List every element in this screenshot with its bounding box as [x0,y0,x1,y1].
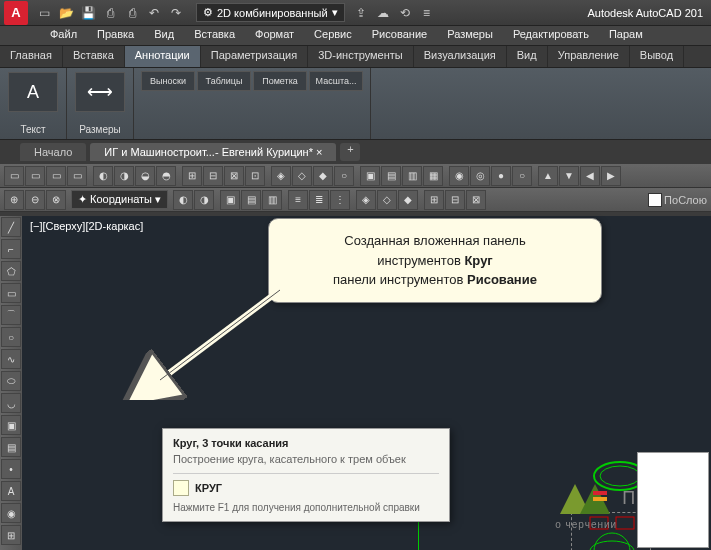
tables-button[interactable]: Таблицы [197,71,251,91]
tb-icon[interactable]: ≡ [288,190,308,210]
tb-icon[interactable]: ◒ [135,166,155,186]
tb-icon[interactable]: ⊕ [4,190,24,210]
viewport-label[interactable]: [−][Сверху][2D-каркас] [30,220,143,232]
color-swatch[interactable] [648,193,662,207]
menu-tools[interactable]: Сервис [304,26,362,45]
tb-icon[interactable]: ◈ [271,166,291,186]
tab-drawing[interactable]: ИГ и Машиностроит...- Евгений Курицин* × [90,143,336,161]
polygon-icon[interactable]: ⬠ [1,261,21,281]
tb-icon[interactable]: ▣ [220,190,240,210]
save-icon[interactable]: 💾 [78,3,98,23]
tb-icon[interactable]: ⊟ [445,190,465,210]
rectangle-icon[interactable]: ▭ [1,283,21,303]
menu-insert[interactable]: Вставка [184,26,245,45]
tb-icon[interactable]: ● [491,166,511,186]
plot-icon[interactable]: ⎙ [122,3,142,23]
menu-edit[interactable]: Правка [87,26,144,45]
new-icon[interactable]: ▭ [34,3,54,23]
tb-icon[interactable]: ▥ [262,190,282,210]
tb-icon[interactable]: ◑ [194,190,214,210]
tb-icon[interactable]: ▭ [67,166,87,186]
tb-icon[interactable]: ◈ [356,190,376,210]
undo-icon[interactable]: ↶ [144,3,164,23]
text-icon[interactable]: A [1,481,21,501]
polyline-icon[interactable]: ⌐ [1,239,21,259]
open-icon[interactable]: 📂 [56,3,76,23]
menu-view[interactable]: Вид [144,26,184,45]
table-icon[interactable]: ⊞ [1,525,21,545]
close-icon[interactable]: × [316,146,322,158]
tb-icon[interactable]: ▣ [360,166,380,186]
sync-icon[interactable]: ⟲ [395,3,415,23]
tb-icon[interactable]: ⊠ [466,190,486,210]
tb-icon[interactable]: ◀ [580,166,600,186]
dimension-button[interactable]: ⟷ [75,72,125,112]
tab-manage[interactable]: Управление [548,46,630,67]
tb-icon[interactable]: ▼ [559,166,579,186]
menu-modify[interactable]: Редактировать [503,26,599,45]
leaders-button[interactable]: Выноски [141,71,195,91]
tb-icon[interactable]: ◉ [449,166,469,186]
tb-icon[interactable]: ▭ [4,166,24,186]
tb-icon[interactable]: ▶ [601,166,621,186]
line-icon[interactable]: ╱ [1,217,21,237]
hatch-icon[interactable]: ▤ [1,437,21,457]
menu-draw[interactable]: Рисование [362,26,437,45]
tb-icon[interactable]: ⊞ [424,190,444,210]
tb-icon[interactable]: ◇ [377,190,397,210]
tb-icon[interactable]: ⊞ [182,166,202,186]
tb-icon[interactable]: ▥ [402,166,422,186]
tb-icon[interactable]: ◎ [470,166,490,186]
tb-icon[interactable]: ◇ [292,166,312,186]
app-logo[interactable]: A [4,1,28,25]
menu-param[interactable]: Парам [599,26,653,45]
tb-icon[interactable]: ▲ [538,166,558,186]
tb-icon[interactable]: ◆ [313,166,333,186]
tab-home[interactable]: Главная [0,46,63,67]
tab-visualize[interactable]: Визуализация [414,46,507,67]
tab-view[interactable]: Вид [507,46,548,67]
tb-icon[interactable]: ⊠ [224,166,244,186]
tb-icon[interactable]: ◆ [398,190,418,210]
spline-icon[interactable]: ∿ [1,349,21,369]
tb-icon[interactable]: ◐ [93,166,113,186]
arc-icon[interactable]: ⌒ [1,305,21,325]
tb-icon[interactable]: ◑ [114,166,134,186]
tb-icon[interactable]: ◐ [173,190,193,210]
point-icon[interactable]: • [1,459,21,479]
tb-icon[interactable]: ○ [334,166,354,186]
menu-format[interactable]: Формат [245,26,304,45]
tb-icon[interactable]: ▤ [241,190,261,210]
tab-annotate[interactable]: Аннотации [125,46,201,67]
tb-icon[interactable]: ▭ [25,166,45,186]
menu-file[interactable]: Файл [40,26,87,45]
scale-button[interactable]: Масшта... [309,71,363,91]
tb-icon[interactable]: ▦ [423,166,443,186]
tab-3d[interactable]: 3D-инструменты [308,46,414,67]
redo-icon[interactable]: ↷ [166,3,186,23]
coord-dropdown[interactable]: ✦ Координаты ▾ [71,190,168,209]
tb-icon[interactable]: ⋮ [330,190,350,210]
tb-icon[interactable]: ⊖ [25,190,45,210]
new-tab-button[interactable]: + [340,143,360,161]
cloud-icon[interactable]: ☁ [373,3,393,23]
tb-icon[interactable]: ○ [512,166,532,186]
tb-icon[interactable]: ⊟ [203,166,223,186]
menu-dimension[interactable]: Размеры [437,26,503,45]
tab-insert[interactable]: Вставка [63,46,125,67]
share-icon[interactable]: ⇪ [351,3,371,23]
circle-icon[interactable]: ○ [1,327,21,347]
tb-icon[interactable]: ▭ [46,166,66,186]
tb-icon[interactable]: ⊗ [46,190,66,210]
tb-icon[interactable]: ⊡ [245,166,265,186]
saveas-icon[interactable]: ⎙ [100,3,120,23]
block-icon[interactable]: ▣ [1,415,21,435]
ellipse-icon[interactable]: ⬭ [1,371,21,391]
text-button[interactable]: A [8,72,58,112]
tab-output[interactable]: Вывод [630,46,684,67]
tab-parametric[interactable]: Параметризация [201,46,308,67]
tab-start[interactable]: Начало [20,143,86,161]
tb-icon[interactable]: ≣ [309,190,329,210]
region-icon[interactable]: ◉ [1,503,21,523]
workspace-dropdown[interactable]: ⚙ 2D комбинированный ▾ [196,3,345,22]
